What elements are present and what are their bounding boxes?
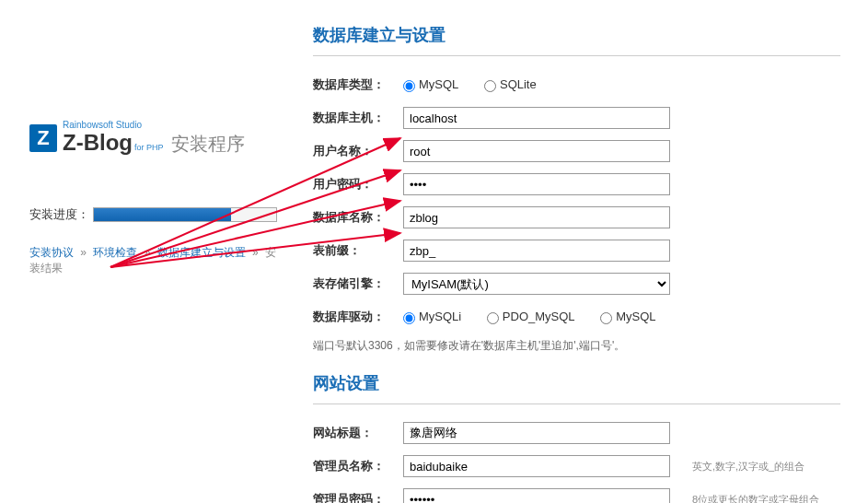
admin-pass-label: 管理员密码： <box>313 491 403 503</box>
site-title-input[interactable] <box>403 422 670 444</box>
logo: Z Rainbowsoft Studio Z-Blog for PHP 安装程序 <box>29 120 285 157</box>
progress-bar <box>93 207 277 222</box>
db-type-sqlite-radio[interactable] <box>484 80 496 92</box>
db-type-mysql-radio[interactable] <box>403 80 415 92</box>
admin-name-input[interactable] <box>403 455 670 477</box>
db-type-label: 数据库类型： <box>313 76 403 93</box>
logo-name: Z-Blog <box>63 130 133 156</box>
db-driver-pdo[interactable]: PDO_MySQL <box>487 310 575 323</box>
db-name-label: 数据库名称： <box>313 209 403 226</box>
admin-pass-input[interactable] <box>403 488 670 503</box>
logo-studio: Rainbowsoft Studio <box>63 120 245 130</box>
db-driver-pdo-radio[interactable] <box>487 312 499 324</box>
progress-fill <box>94 208 231 221</box>
db-driver-mysql[interactable]: MySQL <box>600 310 655 323</box>
breadcrumb-step3[interactable]: 数据库建立与设置 <box>157 246 246 259</box>
logo-install-suffix: 安装程序 <box>171 132 245 157</box>
db-prefix-input[interactable] <box>403 240 670 262</box>
progress-area: 安装进度： <box>29 206 285 223</box>
db-engine-label: 表存储引擎： <box>313 275 403 292</box>
db-driver-mysqli[interactable]: MySQLi <box>403 310 461 323</box>
db-user-label: 用户名称： <box>313 143 403 159</box>
db-user-input[interactable] <box>403 140 670 162</box>
admin-pass-hint: 8位或更长的数字或字母组合 <box>692 493 819 504</box>
db-pass-input[interactable] <box>403 173 670 195</box>
db-driver-mysql-radio[interactable] <box>600 312 612 324</box>
site-title-label: 网站标题： <box>313 425 403 441</box>
db-host-label: 数据库主机： <box>313 110 403 126</box>
db-driver-label: 数据库驱动： <box>313 309 403 325</box>
db-prefix-label: 表前缀： <box>313 242 403 259</box>
main-content: 数据库建立与设置 数据库类型： MySQL SQLite 数据库主机： 用户名称… <box>304 0 868 503</box>
db-type-sqlite[interactable]: SQLite <box>484 77 537 91</box>
db-type-mysql[interactable]: MySQL <box>403 77 458 91</box>
breadcrumb: 安装协议 » 环境检查 » 数据库建立与设置 » 安装结果 <box>29 245 285 276</box>
sidebar: Z Rainbowsoft Studio Z-Blog for PHP 安装程序… <box>0 0 304 503</box>
db-port-note: 端口号默认3306，如需要修改请在'数据库主机'里追加',端口号'。 <box>313 338 840 354</box>
breadcrumb-step1[interactable]: 安装协议 <box>29 246 74 259</box>
breadcrumb-step2[interactable]: 环境检查 <box>93 246 137 259</box>
db-pass-label: 用户密码： <box>313 176 403 193</box>
db-driver-mysqli-radio[interactable] <box>403 312 415 324</box>
breadcrumb-sep: » <box>80 246 87 259</box>
db-name-input[interactable] <box>403 206 670 228</box>
breadcrumb-sep: » <box>252 246 259 259</box>
logo-icon: Z <box>29 124 57 152</box>
db-engine-select[interactable]: MyISAM(默认) <box>403 273 670 295</box>
db-section-title: 数据库建立与设置 <box>313 24 840 56</box>
db-host-input[interactable] <box>403 107 670 129</box>
admin-name-hint: 英文,数字,汉字或_的组合 <box>692 460 804 474</box>
logo-php: for PHP <box>134 143 164 152</box>
admin-name-label: 管理员名称： <box>313 458 403 474</box>
site-section-title: 网站设置 <box>313 372 840 404</box>
breadcrumb-sep: » <box>145 246 151 259</box>
progress-label: 安装进度： <box>29 206 89 223</box>
